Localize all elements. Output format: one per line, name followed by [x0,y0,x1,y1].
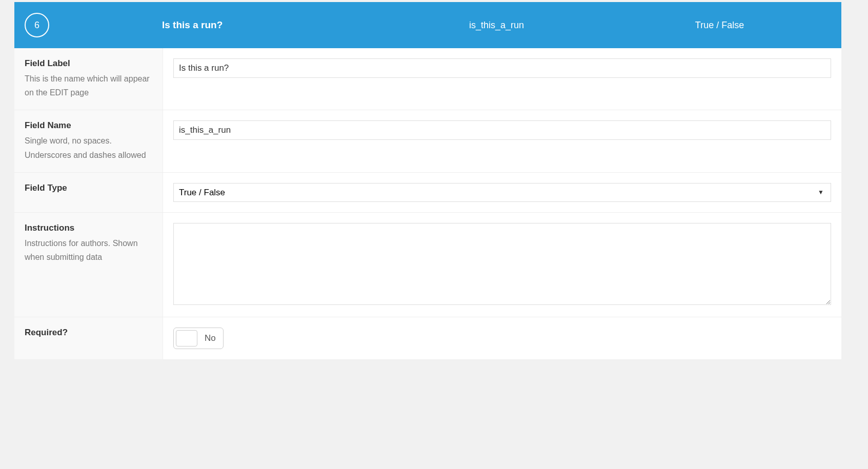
field-name-desc: Single word, no spaces. Underscores and … [25,134,152,161]
field-order-badge[interactable]: 6 [25,13,49,37]
required-toggle[interactable]: No [173,328,224,349]
row-required: Required? No [14,317,841,359]
row-field-type: Field Type True / False [14,173,841,213]
row-field-label: Field Label This is the name which will … [14,48,841,110]
field-label-desc: This is the name which will appear on th… [25,72,152,99]
field-label-title: Field Label [25,58,152,69]
instructions-title: Instructions [25,223,152,233]
field-header-type: True / False [608,20,831,31]
row-instructions: Instructions Instructions for authors. S… [14,213,841,317]
required-toggle-label: No [205,333,216,343]
required-title: Required? [25,328,152,338]
instructions-desc: Instructions for authors. Shown when sub… [25,236,152,264]
field-header-name: is_this_a_run [385,20,608,31]
field-type-select[interactable]: True / False [173,183,831,202]
field-type-title: Field Type [25,183,152,193]
field-name-title: Field Name [25,120,152,131]
field-label-input[interactable] [173,58,831,78]
field-order-number: 6 [34,20,39,31]
field-header-label: Is this a run? [59,19,385,31]
instructions-textarea[interactable] [173,223,831,305]
row-field-name: Field Name Single word, no spaces. Under… [14,110,841,172]
toggle-knob-icon [176,330,197,346]
field-header[interactable]: 6 Is this a run? is_this_a_run True / Fa… [14,2,841,48]
field-name-input[interactable] [173,120,831,140]
